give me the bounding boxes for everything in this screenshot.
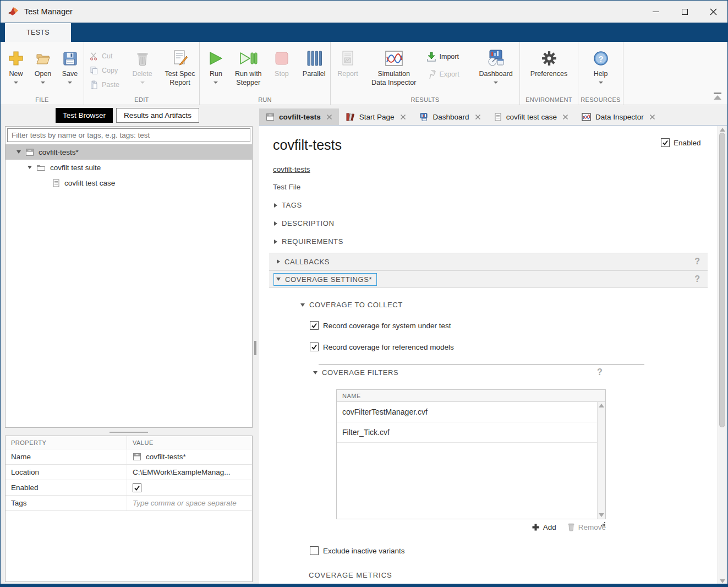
svg-text:?: ? <box>598 54 603 63</box>
splitter-grip <box>110 432 148 433</box>
scroll-down-icon[interactable] <box>599 513 604 517</box>
tab-tests[interactable]: TESTS <box>5 23 71 42</box>
record-sut-checkbox[interactable] <box>310 321 319 330</box>
coverage-to-collect-heading[interactable]: COVERAGE TO COLLECT <box>300 301 403 309</box>
test-spec-report-icon <box>172 50 188 67</box>
stop-button[interactable]: Stop <box>269 45 295 87</box>
remove-icon <box>567 523 575 531</box>
exclude-variants-checkbox[interactable] <box>310 546 319 555</box>
table-row[interactable]: Enabled <box>6 480 252 496</box>
doc-tab-start-page[interactable]: Start Page <box>339 108 413 125</box>
open-button[interactable]: Open <box>30 45 56 84</box>
doc-tab-covfilt-tests[interactable]: covfilt-tests <box>259 108 339 125</box>
minimize-button[interactable] <box>642 1 670 23</box>
test-file-link[interactable]: covfilt-tests <box>273 165 310 173</box>
section-tags[interactable]: TAGS <box>274 201 302 209</box>
help-question-icon[interactable]: ? <box>597 367 603 377</box>
dropdown-arrow-icon <box>14 81 18 84</box>
report-button[interactable]: Report <box>334 45 362 87</box>
tab-close-icon[interactable] <box>562 114 568 120</box>
maximize-button[interactable] <box>670 1 699 23</box>
doc-tab-covfilt-test-case[interactable]: covfilt test case <box>488 108 575 125</box>
run-button[interactable]: Run <box>204 45 228 87</box>
group-label-results: RESULTS <box>331 96 519 103</box>
dropdown-arrow-icon <box>214 81 218 84</box>
expander-icon[interactable] <box>17 150 21 154</box>
copy-button[interactable]: Copy <box>90 66 124 75</box>
help-button[interactable]: ? Help <box>584 45 617 84</box>
tab-close-icon[interactable] <box>475 114 481 120</box>
table-scrollbar[interactable] <box>597 402 605 519</box>
tree-item-test-suite[interactable]: covfilt test suite <box>6 160 252 175</box>
tab-close-icon[interactable] <box>649 114 655 120</box>
open-icon <box>35 50 51 67</box>
record-sut-option: Record coverage for system under test <box>310 321 451 330</box>
enabled-property-checkbox[interactable] <box>133 483 141 492</box>
property-column-header: PROPERTY <box>6 439 127 446</box>
tab-close-icon[interactable] <box>400 114 406 120</box>
export-button[interactable]: Export <box>426 69 469 79</box>
table-row[interactable]: Name covfilt-tests* <box>6 449 252 465</box>
scrollbar-thumb[interactable] <box>719 133 725 427</box>
section-callbacks[interactable]: CALLBACKS ? <box>269 253 708 270</box>
group-run: Run Run withStepper Stop Parallel RUN <box>200 42 331 105</box>
close-button[interactable] <box>699 1 727 23</box>
test-spec-report-button[interactable]: Test SpecReport <box>161 45 199 89</box>
paste-icon <box>90 80 98 89</box>
table-row[interactable]: Tags Type comma or space separate <box>6 496 252 511</box>
name-column-header[interactable]: NAME <box>337 390 605 402</box>
tab-results-and-artifacts[interactable]: Results and Artifacts <box>116 108 199 123</box>
cut-button[interactable]: Cut <box>90 52 124 61</box>
section-description[interactable]: DESCRIPTION <box>274 219 334 227</box>
parallel-button[interactable]: Parallel <box>298 45 330 87</box>
table-row[interactable]: Location C:\EMWork\ExampleManag... <box>6 465 252 480</box>
section-requirements[interactable]: REQUIREMENTS <box>274 237 343 246</box>
scroll-up-icon[interactable] <box>720 128 725 132</box>
tab-close-icon[interactable] <box>326 114 332 120</box>
dashboard-button[interactable]: Dashboard <box>472 45 519 87</box>
import-button[interactable]: Import <box>426 52 469 62</box>
test-manager-window: Test Manager TESTS New Open <box>0 0 728 587</box>
exclude-variants-option: Exclude inactive variants <box>310 546 405 555</box>
doc-tab-dashboard[interactable]: Dashboard <box>413 108 488 125</box>
delete-button[interactable]: Delete <box>128 45 156 89</box>
enabled-toggle: Enabled <box>661 138 701 147</box>
tab-test-browser[interactable]: Test Browser <box>56 108 113 123</box>
record-ref-models-checkbox[interactable] <box>310 343 319 351</box>
new-button[interactable]: New <box>4 45 28 84</box>
scroll-up-icon[interactable] <box>599 404 604 407</box>
help-question-icon[interactable]: ? <box>694 274 700 284</box>
window-controls <box>642 1 727 23</box>
table-row[interactable]: covFilterTestManager.cvf <box>337 402 597 422</box>
preferences-button[interactable]: Preferences <box>523 45 575 79</box>
remove-filter-button[interactable]: Remove <box>567 523 606 531</box>
save-button[interactable]: Save <box>58 45 82 84</box>
ribbon-band: TESTS <box>1 23 727 42</box>
horizontal-splitter[interactable] <box>5 431 253 434</box>
filter-tests-input[interactable] <box>7 128 250 142</box>
help-icon: ? <box>593 51 609 66</box>
scroll-down-icon[interactable] <box>720 579 725 583</box>
coverage-filters-heading[interactable]: COVERAGE FILTERS <box>313 368 398 377</box>
doc-tab-data-inspector[interactable]: Data Inspector <box>575 108 662 125</box>
maximize-icon <box>682 9 688 15</box>
titlebar: Test Manager <box>1 1 727 23</box>
run-with-stepper-button[interactable]: Run withStepper <box>231 45 266 87</box>
tags-input[interactable]: Type comma or space separate <box>133 499 247 507</box>
help-question-icon[interactable]: ? <box>694 257 700 267</box>
tree-item-test-file[interactable]: covfilt-tests* <box>6 144 252 160</box>
enabled-checkbox[interactable] <box>661 138 670 147</box>
record-ref-models-option: Record coverage for referenced models <box>310 343 454 351</box>
dropdown-arrow-icon <box>494 81 498 84</box>
collapse-ribbon-button[interactable] <box>712 93 723 102</box>
simulation-data-inspector-button[interactable]: SimulationData Inspector <box>365 45 423 87</box>
vertical-splitter[interactable] <box>254 341 256 355</box>
expander-icon[interactable] <box>28 166 32 169</box>
table-row[interactable]: Filter_Tick.cvf <box>337 422 597 443</box>
paste-button[interactable]: Paste <box>90 80 124 89</box>
checkmark-icon <box>134 485 140 491</box>
add-filter-button[interactable]: Add <box>532 523 556 531</box>
tree-item-test-case[interactable]: covfilt test case <box>6 175 252 191</box>
main-scrollbar[interactable] <box>718 126 726 585</box>
section-coverage-settings[interactable]: COVERAGE SETTINGS* ? <box>269 270 708 288</box>
